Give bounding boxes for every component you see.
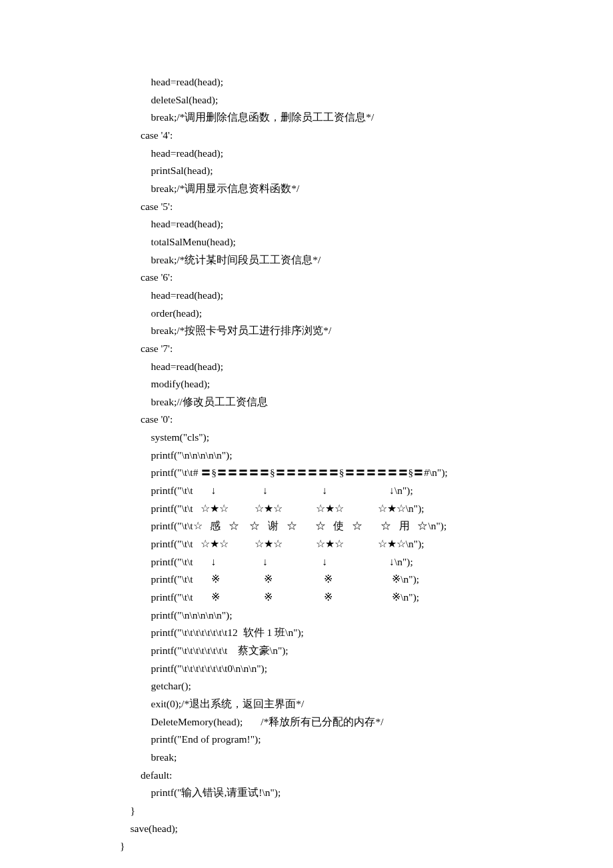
- code-line: default:: [120, 767, 546, 785]
- code-line: head=read(head);: [120, 73, 546, 91]
- code-line: save(head);: [120, 820, 546, 838]
- code-line: printf("\t\t ↓ ↓ ↓ ↓\n");: [120, 482, 546, 500]
- code-line: break;//修改员工工资信息: [120, 393, 546, 411]
- code-line: }: [120, 802, 546, 820]
- code-line: printSal(head);: [120, 162, 546, 180]
- code-line: break;/*统计某时间段员工工资信息*/: [120, 251, 546, 269]
- code-line: break;: [120, 749, 546, 767]
- code-line: head=read(head);: [120, 215, 546, 233]
- code-line: case '5':: [120, 198, 546, 216]
- document-page: head=read(head); deleteSal(head); break;…: [0, 0, 613, 868]
- code-line: printf("输入错误,请重试!\n");: [120, 784, 546, 802]
- code-line: printf("\t\t\t\t\t\t\t\t12 软件 1 班\n");: [120, 624, 546, 642]
- code-line: }: [120, 837, 546, 855]
- code-line: case '7':: [120, 340, 546, 358]
- code-line: order(head);: [120, 305, 546, 323]
- code-line: printf("\t\t ※ ※ ※ ※\n");: [120, 571, 546, 589]
- code-line: deleteSal(head);: [120, 91, 546, 109]
- code-line: printf("\t\t ↓ ↓ ↓ ↓\n");: [120, 553, 546, 571]
- code-line: printf("End of program!");: [120, 731, 546, 749]
- code-line: printf("\t\t ※ ※ ※ ※\n");: [120, 589, 546, 607]
- code-line: case '4':: [120, 127, 546, 145]
- code-line: printf("\n\n\n\n\n");: [120, 607, 546, 625]
- code-line: break;/*调用删除信息函数，删除员工工资信息*/: [120, 109, 546, 127]
- code-line: break;/*调用显示信息资料函数*/: [120, 180, 546, 198]
- code-line: head=read(head);: [120, 358, 546, 376]
- code-line: getchar();: [120, 677, 546, 695]
- code-line: modify(head);: [120, 375, 546, 393]
- code-line: totalSalMenu(head);: [120, 233, 546, 251]
- code-line: system("cls");: [120, 429, 546, 447]
- code-line: exit(0);/*退出系统，返回主界面*/: [120, 695, 546, 713]
- code-line: printf("\t\t\t\t\t\t\t\t 蔡文豪\n");: [120, 642, 546, 660]
- code-line: printf("\t\t ☆★☆ ☆★☆ ☆★☆ ☆★☆\n");: [120, 500, 546, 518]
- code-line: case '6':: [120, 269, 546, 287]
- code-line: printf("\t\t ☆★☆ ☆★☆ ☆★☆ ☆★☆\n");: [120, 535, 546, 553]
- code-line: head=read(head);: [120, 287, 546, 305]
- code-line: head=read(head);: [120, 145, 546, 163]
- code-line: printf("\t\t\t\t\t\t\t\t0\n\n\n");: [120, 660, 546, 678]
- code-line: printf("\t\t# 〓§〓〓〓〓〓§〓〓〓〓〓〓§〓〓〓〓〓〓§〓#\n…: [120, 464, 546, 482]
- code-line: break;/*按照卡号对员工进行排序浏览*/: [120, 322, 546, 340]
- code-line: DeleteMemory(head); /*释放所有已分配的内存*/: [120, 713, 546, 731]
- code-block: head=read(head); deleteSal(head); break;…: [120, 73, 546, 855]
- code-line: printf("\n\n\n\n\n");: [120, 447, 546, 465]
- code-line: case '0':: [120, 411, 546, 429]
- code-line: printf("\t\t☆ 感 ☆ ☆ 谢 ☆ ☆ 使 ☆ ☆ 用 ☆\n");: [120, 517, 546, 535]
